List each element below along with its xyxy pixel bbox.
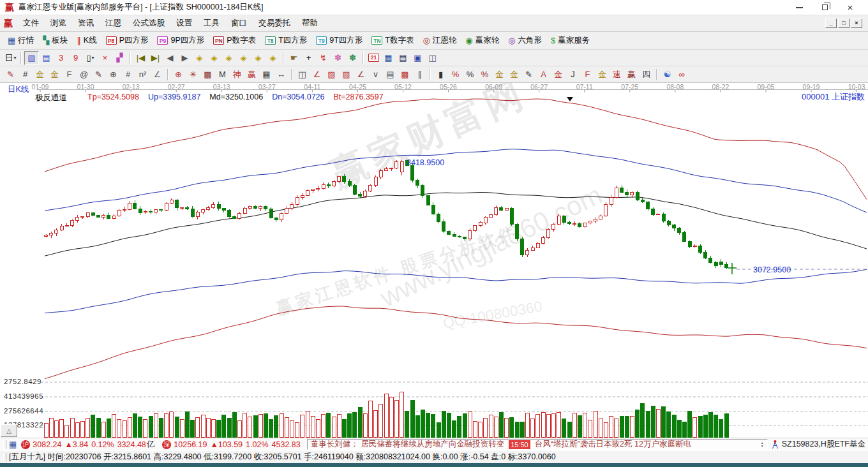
bar-chart-tool[interactable]: ▮ [433, 68, 448, 82]
calculator-button[interactable]: ▦ [381, 51, 396, 65]
winner-wheel-button[interactable]: ◉赢家轮 [461, 33, 504, 48]
angle-ruler-tool[interactable]: ∠ [150, 68, 165, 82]
window-restore-button[interactable] [812, 1, 837, 14]
stock-ticker-text[interactable]: SZ159823,H股ETF基金 [782, 439, 865, 450]
gold-grid-tool[interactable]: 金 [33, 68, 47, 82]
gann-star-tool[interactable]: ✳ [186, 68, 200, 82]
fan-grid-tool[interactable]: ▧ [339, 68, 354, 82]
infinity-button[interactable]: ∞ [675, 68, 689, 82]
leaf-tool-button[interactable]: ✽ [345, 51, 360, 65]
menu-item-6[interactable]: 工具 [198, 15, 225, 31]
color-ribbon-button[interactable]: ▞ [112, 51, 127, 65]
period-selector[interactable]: 日▾ [3, 51, 18, 65]
menu-item-7[interactable]: 窗口 [225, 15, 253, 31]
infobar-grip[interactable] [3, 440, 6, 448]
mdi-restore-button[interactable]: □ [838, 19, 849, 28]
menu-item-3[interactable]: 江恩 [100, 15, 127, 31]
news-ticker[interactable]: 董事长刘健： 居民储蓄将继续从房地产向金融投资转变 15:50 台风“塔拉斯”袭… [307, 439, 768, 450]
grid-pattern-tool[interactable]: ▤ [383, 68, 398, 82]
gold-grid-alt-tool[interactable]: 金 [47, 68, 62, 82]
menu-item-1[interactable]: 浏览 [45, 15, 72, 31]
gold-angle-tool[interactable]: 金 [551, 68, 565, 82]
grid-ruler-tool[interactable]: # [18, 68, 33, 82]
winner-service-button[interactable]: $赢家服务 [546, 33, 594, 48]
gann-circle-tool[interactable]: ⊕ [171, 68, 186, 82]
hand-tool-button[interactable]: ☛ [287, 51, 301, 65]
mdi-minimize-button[interactable]: _ [825, 19, 837, 28]
calendar-button[interactable]: 21 [366, 51, 381, 65]
fan-box-tool[interactable]: ▨ [324, 68, 339, 82]
shrink-left-button[interactable]: ◈ [192, 51, 207, 65]
last-bar-button[interactable]: ▶| [148, 51, 163, 65]
save-button[interactable]: ▣ [410, 51, 425, 65]
menu-item-5[interactable]: 设置 [170, 15, 198, 31]
statusbar-grip[interactable] [3, 453, 6, 461]
four-square-tool[interactable]: 四 [639, 68, 654, 82]
wave-m-tool[interactable]: M [215, 68, 230, 82]
percent-trend-tool[interactable]: % [448, 68, 463, 82]
check-lines-tool[interactable]: ∨ [368, 68, 383, 82]
gold-angle-alt-tool[interactable]: 金 [595, 68, 610, 82]
compare-button[interactable]: × [98, 51, 112, 65]
window-minimize-button[interactable] [786, 1, 812, 14]
brush-tool[interactable]: ✎ [521, 68, 536, 82]
info-panel-button[interactable]: ▤ [39, 51, 54, 65]
menu-item-0[interactable]: 文件 [17, 15, 45, 31]
shen-grid-tool[interactable]: 神 [230, 68, 244, 82]
j-line-tool[interactable]: J [565, 68, 580, 82]
p-number-table-button[interactable]: PNP数字表 [209, 33, 260, 48]
speed-line-tool[interactable]: 速 [610, 68, 624, 82]
quotes-button[interactable]: ▦行情 [3, 33, 38, 48]
menu-item-8[interactable]: 交易委托 [253, 15, 296, 31]
prev-bar-button[interactable]: ◀ [163, 51, 177, 65]
a-wave-tool[interactable]: A [536, 68, 551, 82]
flash-tool-button[interactable]: ↯ [316, 51, 331, 65]
width-measure-tool[interactable]: ↔ [274, 68, 288, 82]
notebook-button[interactable]: ▤ [396, 51, 410, 65]
gann-square-x-tool[interactable]: ▩ [200, 68, 215, 82]
zoom-up-button[interactable]: ◈ [266, 51, 280, 65]
pen-chart-tool[interactable]: ✎ [91, 68, 106, 82]
yingjia-grid-tool[interactable]: 赢 [244, 68, 259, 82]
pattern-window-button[interactable]: ▧ [24, 51, 39, 65]
parallel-lines-tool[interactable]: ∥ [412, 68, 427, 82]
kline-button[interactable]: ∥K线 [72, 33, 101, 48]
price-box-tool[interactable]: ◫ [295, 68, 310, 82]
n-square-tool[interactable]: n² [135, 68, 150, 82]
gold-section-tool[interactable]: 金 [492, 68, 507, 82]
spiral-tool[interactable]: @ [77, 68, 91, 82]
shrink-right-button[interactable]: ◈ [207, 51, 221, 65]
angle-lines-tool[interactable]: ∠ [354, 68, 368, 82]
nine-t-square-button[interactable]: T99T四方形 [311, 33, 367, 48]
ticker-spinner[interactable]: ▲▼ [761, 441, 764, 448]
fibonacci-grid-tool[interactable]: F [62, 68, 77, 82]
nine-p-square-button[interactable]: P99P四方形 [153, 33, 209, 48]
mdi-close-button[interactable]: × [851, 19, 862, 28]
window-close-button[interactable]: × [837, 1, 863, 14]
export-button[interactable]: ◫ [425, 51, 440, 65]
f-angle-tool[interactable]: F [580, 68, 595, 82]
three-line-button[interactable]: 3 [54, 51, 68, 65]
nine-line-button[interactable]: 9 [68, 51, 83, 65]
kline-chart[interactable]: 3418.95003072.9500 [0, 83, 868, 438]
flower-tool-button[interactable]: ✽ [331, 51, 345, 65]
gann-grid-tool[interactable]: ▩ [398, 68, 412, 82]
expand-horizontal-button[interactable]: ◈ [221, 51, 236, 65]
expand-volume-button[interactable]: △ [1, 424, 17, 437]
expand-vertical-button[interactable]: ◈ [251, 51, 266, 65]
t-square-button[interactable]: T8T四方形 [260, 33, 311, 48]
menu-item-4[interactable]: 公式选股 [127, 15, 170, 31]
gann-wheel-button[interactable]: ◎江恩轮 [419, 33, 461, 48]
gann-fan-tool[interactable]: ∠ [310, 68, 324, 82]
t-number-table-button[interactable]: TNT数字表 [367, 33, 418, 48]
candle-style-selector[interactable]: ▯▾ [83, 51, 98, 65]
yinyang-button[interactable]: ☯ [660, 68, 675, 82]
menu-item-2[interactable]: 资讯 [72, 15, 100, 31]
p-square-button[interactable]: P8P四方形 [101, 33, 153, 48]
percent-line-tool[interactable]: % [477, 68, 492, 82]
zoom-all-button[interactable]: ◈ [236, 51, 251, 65]
hash-grid-tool[interactable]: # [121, 68, 135, 82]
first-bar-button[interactable]: |◀ [133, 51, 148, 65]
crosshair-tool-button[interactable]: + [301, 51, 316, 65]
menu-item-9[interactable]: 帮助 [296, 15, 324, 31]
